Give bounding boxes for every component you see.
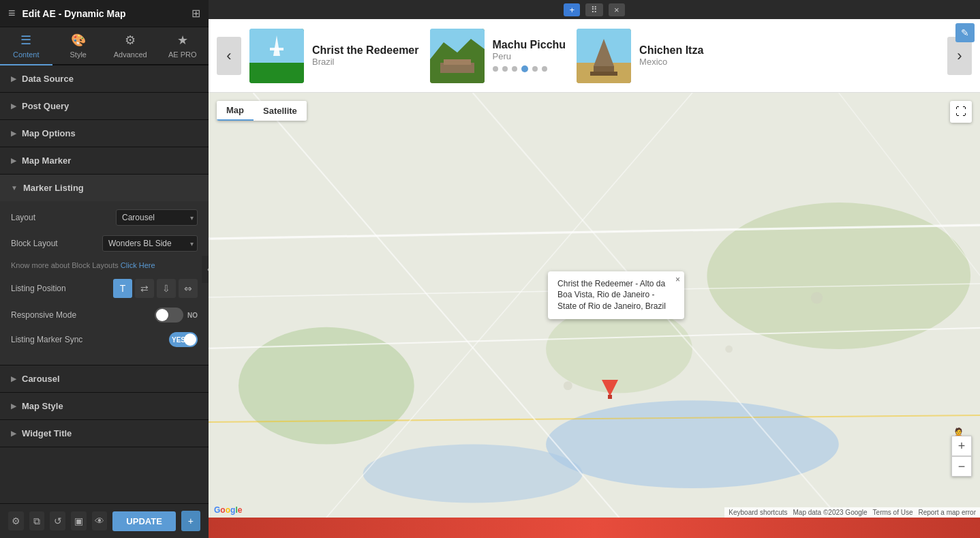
responsive-mode-toggle-group: NO: [155, 308, 198, 323]
section-marker-listing: ▼ Marker Listing Layout Carousel Grid Li…: [0, 175, 209, 365]
dot-3[interactable]: [521, 65, 528, 72]
map-container[interactable]: Map Satellite ⛶ × Christ the Redeemer - …: [209, 93, 980, 518]
dot-4[interactable]: [532, 66, 538, 72]
update-plus-button[interactable]: +: [181, 511, 200, 531]
map-footer: Keyboard shortcuts Map data ©2023 Google…: [724, 507, 980, 518]
carousel-text-0: Christ the Redeemer Brazil: [312, 44, 419, 67]
carousel-text-2: Chichen Itza Mexico: [639, 44, 703, 67]
eye-icon[interactable]: 👁: [92, 511, 108, 530]
panel-tabs: ☰ Content 🎨 Style ⚙ Advanced ★ AE PRO: [0, 27, 209, 65]
panel-header: ≡ Edit AE - Dynamic Map ⊞: [0, 0, 209, 27]
dot-2[interactable]: [512, 66, 517, 72]
carousel-prev-btn[interactable]: ‹: [217, 37, 241, 75]
carousel-items: Christ the Redeemer Brazil Machu Picchu: [241, 29, 947, 83]
carousel-item-1[interactable]: Machu Picchu Peru: [430, 29, 566, 83]
click-here-link[interactable]: Click Here: [121, 261, 155, 269]
map-btn-map[interactable]: Map: [217, 101, 254, 121]
advanced-tab-icon: ⚙: [125, 33, 136, 48]
map-data: Map data ©2023 Google: [793, 509, 867, 516]
main-topbar: + ⠿ ×: [209, 0, 980, 19]
map-style-header[interactable]: ▶ Map Style: [0, 393, 209, 419]
map-btn-satellite[interactable]: Satellite: [254, 101, 307, 121]
carousel-item-0[interactable]: Christ the Redeemer Brazil: [249, 29, 419, 83]
topbar-add-btn[interactable]: +: [564, 3, 580, 16]
tab-content[interactable]: ☰ Content: [0, 27, 52, 65]
content-tab-icon: ☰: [20, 33, 31, 48]
layout-select[interactable]: Carousel Grid List: [116, 209, 198, 226]
responsive-icon[interactable]: ▣: [71, 511, 87, 530]
map-zoom-out-btn[interactable]: −: [951, 456, 972, 477]
section-post-query: ▶ Post Query: [0, 93, 209, 120]
data-source-header[interactable]: ▶ Data Source: [0, 65, 209, 92]
carousel-text-1: Machu Picchu Peru: [493, 39, 566, 72]
report-map-error[interactable]: Report a map error: [919, 509, 976, 516]
post-query-header[interactable]: ▶ Post Query: [0, 93, 209, 119]
marker-pin: [602, 380, 618, 396]
section-widget-title: ▶ Widget Title: [0, 420, 209, 447]
topbar-close-btn[interactable]: ×: [609, 3, 625, 16]
position-center-v-btn[interactable]: ⇔: [179, 279, 198, 298]
map-marker[interactable]: [602, 380, 618, 399]
map-zoom-in-btn[interactable]: +: [951, 436, 972, 456]
carousel-header[interactable]: ▶ Carousel: [0, 365, 209, 392]
block-layout-row: Block Layout Wonders BL Side Default Cus…: [11, 235, 198, 252]
carousel-subtitle-1: Peru: [493, 51, 566, 61]
history-icon[interactable]: ↺: [50, 511, 65, 530]
map-fullscreen-btn[interactable]: ⛶: [950, 101, 972, 123]
terms-of-use[interactable]: Terms of Use: [873, 509, 913, 516]
settings-icon[interactable]: ⚙: [8, 511, 24, 530]
marker-listing-header[interactable]: ▼ Marker Listing: [0, 175, 209, 201]
responsive-mode-thumb: [156, 309, 168, 321]
block-layout-note-text: Know more about Block Layouts: [11, 261, 119, 269]
svg-rect-12: [590, 72, 617, 76]
listing-marker-sync-label: Listing Marker Sync: [11, 335, 82, 344]
carousel-item-2[interactable]: Chichen Itza Mexico: [577, 29, 703, 83]
map-options-header[interactable]: ▶ Map Options: [0, 120, 209, 147]
block-layout-label: Block Layout: [11, 239, 58, 248]
map-tooltip-close[interactable]: ×: [675, 274, 680, 286]
tab-advanced[interactable]: ⚙ Advanced: [104, 27, 157, 65]
keyboard-shortcuts[interactable]: Keyboard shortcuts: [729, 509, 787, 516]
section-data-source: ▶ Data Source: [0, 65, 209, 93]
topbar-move-btn[interactable]: ⠿: [585, 3, 603, 16]
responsive-mode-row: Responsive Mode NO: [11, 308, 198, 323]
svg-rect-11: [594, 66, 614, 72]
responsive-mode-toggle[interactable]: [155, 308, 183, 323]
style-tab-icon: 🎨: [71, 33, 86, 48]
map-marker-header[interactable]: ▶ Map Marker: [0, 147, 209, 174]
data-source-arrow: ▶: [11, 75, 16, 83]
grid-icon[interactable]: ⊞: [192, 7, 200, 20]
block-layout-select-wrapper: Wonders BL Side Default Custom: [102, 235, 198, 252]
carousel-title-0: Christ the Redeemer: [312, 44, 419, 57]
tab-aepro[interactable]: ★ AE PRO: [157, 27, 209, 65]
section-map-style: ▶ Map Style: [0, 393, 209, 420]
carousel-label: Carousel: [22, 374, 60, 384]
listing-marker-sync-toggle[interactable]: YES: [169, 332, 198, 347]
block-layout-note: Know more about Block Layouts Click Here: [11, 261, 198, 269]
position-center-h-btn[interactable]: ⇄: [135, 279, 154, 298]
dot-1[interactable]: [502, 66, 508, 72]
svg-rect-3: [270, 48, 284, 50]
marker-base: [608, 395, 612, 399]
svg-rect-7: [444, 59, 471, 65]
panel-title: Edit AE - Dynamic Map: [22, 8, 126, 19]
content-tab-label: Content: [13, 50, 40, 59]
tab-style[interactable]: 🎨 Style: [52, 27, 105, 65]
update-button[interactable]: UPDATE: [112, 511, 175, 531]
layers-icon[interactable]: ⧉: [29, 511, 45, 530]
widget-title-header[interactable]: ▶ Widget Title: [0, 420, 209, 447]
dot-5[interactable]: [542, 66, 547, 72]
carousel-subtitle-2: Mexico: [639, 57, 703, 67]
edit-float-btn[interactable]: ✎: [955, 23, 975, 42]
block-layout-select[interactable]: Wonders BL Side Default Custom: [102, 235, 198, 252]
listing-position-row: Listing Position T ⇄ ⇩ ⇔: [11, 279, 198, 298]
dot-0[interactable]: [493, 66, 498, 72]
map-marker-arrow: ▶: [11, 157, 16, 164]
hamburger-icon[interactable]: ≡: [8, 6, 16, 20]
svg-rect-1: [249, 63, 304, 83]
position-top-btn[interactable]: T: [113, 279, 132, 298]
map-options-arrow: ▶: [11, 130, 16, 137]
position-bottom-btn[interactable]: ⇩: [157, 279, 176, 298]
aepro-tab-icon: ★: [177, 33, 188, 48]
listing-marker-sync-row: Listing Marker Sync YES: [11, 332, 198, 347]
